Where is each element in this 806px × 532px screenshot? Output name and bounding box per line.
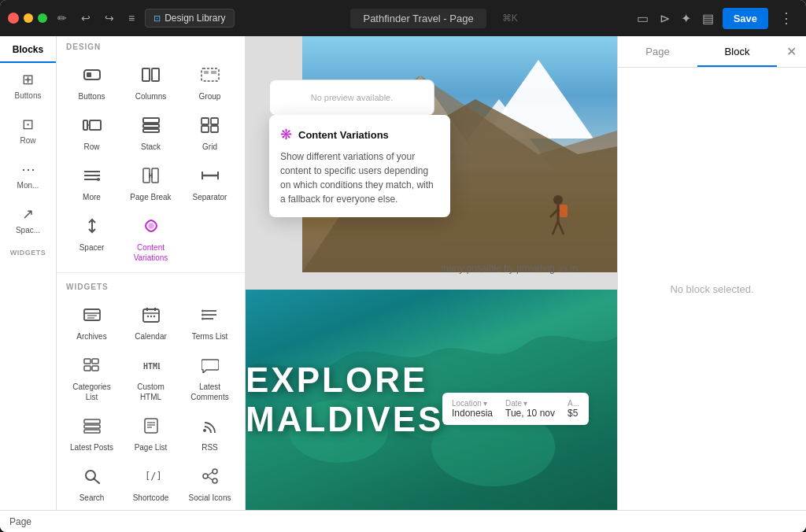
block-more[interactable]: More [63,160,120,209]
maximize-button[interactable] [38,13,47,23]
widget-shortcode[interactable]: [/] Shortcode [122,460,179,509]
main-content: Blocks ⊞ Buttons ⊡ Row ⋯ Mon... ↗ Spac..… [0,36,806,510]
svg-text:[/]: [/] [145,471,160,482]
more-block-icon [83,168,102,188]
sidebar-buttons-label: Buttons [15,91,42,100]
sidebar-item-more[interactable]: ⋯ Mon... [0,153,56,198]
design-library-button[interactable]: ⊡ Design Library [145,9,234,28]
right-panel: Page Block ✕ No block selected. [617,36,806,510]
widget-latest-comments[interactable]: Latest Comments [181,349,238,408]
svg-line-78 [553,221,558,235]
blocks-panel: DESIGN Buttons [57,36,246,510]
calendar-widget-icon [142,307,160,327]
sidebar-item-spacer[interactable]: ↗ Spac... [0,198,56,242]
edit-icon[interactable]: ✏ [54,10,71,26]
layout-icon[interactable]: ▤ [700,9,716,28]
widget-rss[interactable]: RSS [181,410,238,459]
block-buttons[interactable]: Buttons [63,59,120,108]
latest-posts-widget-label: Latest Posts [70,442,113,453]
row-sidebar-icon: ⊡ [22,116,34,133]
right-panel-close-button[interactable]: ✕ [777,38,806,65]
tab-page[interactable]: Page [618,36,697,67]
top-bar-center: Pathfinder Travel - Page ⌘K [241,9,628,28]
widget-calendar[interactable]: Calendar [122,299,179,348]
block-content-variations[interactable]: Content Variations [122,210,179,269]
search-widget-label: Search [79,493,105,503]
monitor-icon[interactable]: ▭ [634,9,651,28]
minimize-button[interactable] [24,13,33,23]
content-variations-popup-container: No preview available. ❋ Content Variatio… [269,79,450,217]
block-grid[interactable]: Grid [181,109,238,158]
shortcode-widget-label: Shortcode [133,493,169,503]
filter-bar[interactable]: Location ▾ Indonesia Date ▾ Tue, 10 nov … [442,393,589,425]
row-block-label: Row [83,142,99,152]
save-button[interactable]: Save [723,8,768,29]
svg-rect-22 [152,168,158,183]
widgets-sidebar-label: WIDGETS [0,242,56,258]
grid-block-icon [201,117,220,138]
svg-rect-4 [202,68,219,81]
widget-search[interactable]: Search [63,460,120,509]
block-columns[interactable]: Columns [122,59,179,108]
settings-icon[interactable]: ✦ [678,9,693,28]
svg-rect-12 [143,129,159,132]
widget-social-icons[interactable]: Social Icons [181,460,238,509]
location-filter-label: Location ▾ [452,399,493,408]
archives-widget-label: Archives [76,331,106,342]
svg-rect-80 [560,205,568,217]
blocks-tab[interactable]: Blocks [0,36,56,63]
svg-rect-1 [87,72,91,77]
svg-point-63 [203,474,208,478]
canvas-area[interactable]: No preview available. ❋ Content Variatio… [246,36,617,510]
undo-icon[interactable]: ↩ [77,10,94,26]
spacer-sidebar-icon: ↗ [22,205,34,223]
block-spacer[interactable]: Spacer [63,210,120,269]
svg-rect-48 [92,359,98,364]
widget-archives[interactable]: Archives [63,299,120,348]
block-row[interactable]: Row [63,109,120,158]
tab-block[interactable]: Block [697,36,777,67]
svg-point-38 [146,316,148,317]
widget-page-list[interactable]: Page List [122,410,179,459]
no-preview-text: No preview available. [311,93,394,102]
sidebar-row-label: Row [20,136,35,145]
svg-rect-8 [90,120,101,130]
more-options-button[interactable]: ⋮ [775,7,798,29]
close-button[interactable] [8,13,19,24]
redo-icon[interactable]: ↪ [101,10,118,26]
sidebar-item-buttons[interactable]: ⊞ Buttons [0,63,56,108]
buttons-block-icon [83,67,102,87]
sidebar-more-label: Mon... [17,181,39,190]
block-page-break[interactable]: Page Break [122,160,179,209]
svg-rect-55 [145,419,157,433]
svg-point-59 [203,429,206,432]
stack-block-label: Stack [141,142,161,152]
calendar-widget-label: Calendar [135,331,167,342]
widget-categories-list[interactable]: Categories List [63,349,120,408]
hiker-silhouette [546,194,570,241]
terms-list-widget-label: Terms List [192,331,228,342]
window-controls [8,13,47,24]
widget-latest-posts[interactable]: Latest Posts [63,410,120,459]
sidebar-spacer-label: Spac... [16,226,40,235]
design-library-icon: ⊡ [153,13,161,24]
block-stack[interactable]: Stack [122,109,179,158]
widget-terms-list[interactable]: Terms List [181,299,238,348]
svg-point-65 [213,478,217,483]
buttons-sidebar-icon: ⊞ [22,71,34,88]
widget-custom-html[interactable]: HTML Custom HTML [122,349,179,408]
more-block-label: More [83,192,101,202]
top-bar: ✏ ↩ ↪ ≡ ⊡ Design Library Pathfinder Trav… [0,0,806,36]
archives-widget-icon [83,307,101,327]
svg-rect-7 [83,120,87,130]
block-group[interactable]: Group [181,59,238,108]
svg-rect-52 [84,419,100,423]
block-separator[interactable]: Separator [181,160,238,209]
list-icon[interactable]: ≡ [124,10,139,26]
location-filter-group: Location ▾ Indonesia [452,399,493,419]
page-title[interactable]: Pathfinder Travel - Page [350,9,486,28]
shortcode-widget-icon: [/] [142,468,160,489]
sidebar-item-row[interactable]: ⊡ Row [0,108,56,153]
latest-comments-widget-label: Latest Comments [185,382,235,402]
preview-icon[interactable]: ⊳ [657,9,672,28]
